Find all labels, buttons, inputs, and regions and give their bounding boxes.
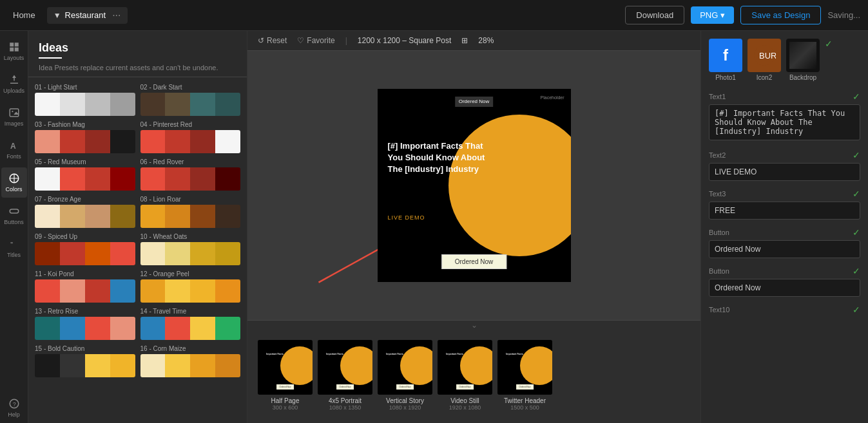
button1-input[interactable] [709,240,860,258]
svg-text:?: ? [12,401,15,408]
text3-check-icon: ✓ [853,189,860,199]
color-swatch [35,354,60,377]
variant-thumb: Important FactsOrdered Now [378,340,432,395]
color-preset-14[interactable]: 14 - Travel Time [140,308,241,340]
color-preset-13[interactable]: 13 - Retro Rise [35,308,135,340]
sidebar-label-uploads: Uploads [3,88,24,94]
color-swatch [190,317,215,340]
variant-thumb: Important FactsOrdered Now [318,340,372,395]
save-as-design-button[interactable]: Save as Design [740,6,821,24]
svg-rect-4 [10,109,19,117]
color-swatches [35,317,135,340]
variant-size: 1500 x 500 [497,404,552,411]
sidebar-item-fonts[interactable]: A Fonts [1,135,27,165]
asset-icon2-thumb: BUR [747,39,781,72]
button2-input[interactable] [709,279,860,297]
color-swatch [110,167,135,191]
color-preset-07[interactable]: 07 - Bronze Age [35,196,135,228]
color-preset-08[interactable]: 08 - Lion Roar [140,196,241,228]
more-options-icon[interactable]: ··· [112,10,121,21]
color-preset-02[interactable]: 02 - Dark Start [140,84,241,116]
color-label: 08 - Lion Roar [140,196,241,203]
sidebar-item-help[interactable]: ? Help [1,393,27,423]
svg-text:A: A [10,142,16,151]
text1-input[interactable]: [#] Important Facts That You Should Know… [709,104,860,140]
favorite-button[interactable]: ♡ Favorite [297,36,334,45]
color-swatch [140,354,166,377]
saving-status: Saving... [827,10,860,20]
color-preset-11[interactable]: 11 - Koi Pond [35,270,135,303]
sidebar-item-layouts[interactable]: Layouts [1,36,27,66]
color-swatch [215,167,240,191]
button1-field-group: Button ✓ [709,227,860,258]
svg-text:BUR: BUR [759,51,776,61]
zoom-label: 28% [478,36,494,45]
color-swatch [35,279,60,303]
brand-selector[interactable]: ▼ Restaurant ··· [47,7,128,24]
asset-backdrop[interactable]: Backdrop [786,39,820,81]
svg-rect-0 [10,42,14,46]
svg-rect-1 [14,42,18,46]
variant-item[interactable]: Important FactsOrdered NowHalf Page300 x… [258,340,313,411]
color-preset-05[interactable]: 05 - Red Museum [35,158,135,191]
color-swatch [60,317,85,340]
color-swatch [60,130,85,153]
variant-item[interactable]: Important FactsOrdered NowVertical Story… [378,340,432,411]
asset-icon2[interactable]: BUR Icon2 [747,39,781,81]
variant-name: Video Still [438,397,492,404]
color-preset-10[interactable]: 10 - Wheat Oats [140,233,241,265]
sidebar-item-colors[interactable]: Colors [1,167,27,198]
color-swatches [140,354,241,377]
topbar: Home ▼ Restaurant ··· Download PNG ▾ Sav… [0,0,868,31]
color-preset-16[interactable]: 16 - Corn Maize [140,345,241,377]
color-label: 03 - Fashion Mag [35,121,135,128]
design-cta-button[interactable]: Ordered Now [441,254,506,269]
asset-check-icon: ✓ [825,39,833,81]
color-preset-04[interactable]: 04 - Pinterest Red [140,121,241,153]
color-swatch [85,242,110,265]
variant-item[interactable]: Important FactsOrdered Now4x5 Portrait10… [318,340,372,411]
sidebar-item-titles[interactable]: " Titles [1,233,27,263]
right-panel: f Photo1 BUR Icon2 B [700,31,868,423]
sidebar-item-uploads[interactable]: Uploads [1,69,27,99]
asset-photo1[interactable]: f Photo1 [709,39,742,81]
color-label: 04 - Pinterest Red [140,121,241,128]
color-swatches [140,242,241,265]
canvas-area: ↺ Reset ♡ Favorite | 1200 x 1200 – Squar… [247,31,700,423]
sidebar-item-buttons[interactable]: Buttons [1,200,27,230]
color-grid: 01 - Light Start02 - Dark Start03 - Fash… [35,84,240,377]
sidebar-item-images[interactable]: Images [1,102,27,132]
design-circle-decoration [448,115,571,256]
button1-check-icon: ✓ [853,227,860,238]
color-swatch [215,354,240,377]
text1-check-icon: ✓ [853,91,860,102]
panel-title: Ideas [39,41,236,55]
color-label: 07 - Bronze Age [35,196,135,203]
color-preset-06[interactable]: 06 - Red Rover [140,158,241,191]
home-button[interactable]: Home [8,8,41,23]
text2-label: Text2 ✓ [709,150,860,160]
color-swatch [110,242,135,265]
color-preset-12[interactable]: 12 - Orange Peel [140,270,241,303]
color-swatch [110,93,135,116]
button2-check-icon: ✓ [853,266,860,276]
chevron-down-icon[interactable]: ⌄ [471,321,477,330]
variants-row: Important FactsOrdered NowHalf Page300 x… [258,340,690,411]
button2-field-group: Button ✓ [709,266,860,297]
color-swatch [35,242,60,265]
color-swatch [140,93,166,116]
reset-button[interactable]: ↺ Reset [258,36,287,45]
color-preset-15[interactable]: 15 - Bold Caution [35,345,135,377]
variant-item[interactable]: Important FactsOrdered NowVideo Still192… [438,340,492,411]
text2-input[interactable] [709,163,860,181]
download-button[interactable]: Download [625,6,684,24]
variant-thumb: Important FactsOrdered Now [497,340,552,395]
color-preset-03[interactable]: 03 - Fashion Mag [35,121,135,153]
variant-item[interactable]: Important FactsOrdered NowTwitter Header… [497,340,552,411]
format-button[interactable]: PNG ▾ [691,6,734,24]
sidebar-label-images: Images [5,120,24,127]
text3-input[interactable] [709,202,860,220]
color-preset-09[interactable]: 09 - Spiced Up [35,233,135,265]
asset-photo1-label: Photo1 [709,74,742,81]
color-preset-01[interactable]: 01 - Light Start [35,84,135,116]
